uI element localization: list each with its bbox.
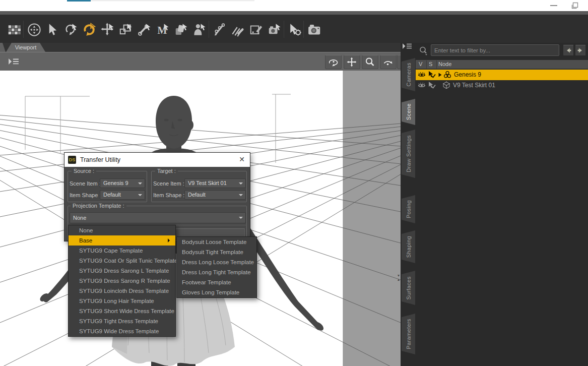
menu-item-sytug9-tight-dress-template[interactable]: SYTUG9 Tight Dress Template: [69, 316, 175, 326]
daz-studio-app-icon: DS: [68, 156, 76, 164]
target-group-label: Target :: [155, 168, 178, 174]
projection-template-combo[interactable]: None: [70, 212, 246, 223]
pane-tab-scene[interactable]: Scene: [402, 99, 415, 125]
selectable-pointer-icon[interactable]: [428, 71, 436, 79]
menu-item-sytug9-loincloth-dress-template[interactable]: SYTUG9 Loincloth Dress Template: [69, 286, 175, 296]
frame-camera-button[interactable]: [397, 55, 401, 69]
pan-camera-icon: [344, 62, 359, 70]
scene-node-row-v9-test-skirt-01[interactable]: V9 Test Skirt 01: [416, 80, 588, 91]
menu-item-sytug9-long-hair-template[interactable]: SYTUG9 Long Hair Template: [69, 296, 175, 306]
pane-tab-posing[interactable]: Posing: [402, 195, 415, 223]
viewport-menu-icon[interactable]: [8, 57, 19, 67]
scene-node-row-genesis-9[interactable]: Genesis 9: [416, 70, 588, 80]
menu-item-sytug9-coat-or-split-tunic-template[interactable]: SYTUG9 Coat Or Split Tunic Template: [69, 256, 175, 266]
pan-camera-button[interactable]: [344, 55, 360, 69]
submenu-item-bodysuit-loose-template[interactable]: Bodysuit Loose Template: [177, 237, 256, 247]
toolbar-separator: [209, 21, 209, 38]
restore-window-button[interactable]: [570, 2, 579, 10]
nav-forward-button[interactable]: [575, 45, 586, 56]
main-toolbar: M: [0, 15, 588, 43]
scale-tool-icon: [118, 30, 134, 39]
orbit-selection-button[interactable]: [63, 22, 79, 37]
toolbar-separator: [303, 21, 304, 38]
viewport-toolbar: [0, 52, 401, 71]
geometry-editor-button[interactable]: [212, 22, 227, 37]
minimize-button[interactable]: [550, 5, 557, 6]
projection-template-label: Projection Template :: [71, 203, 126, 209]
cube-icon: [442, 81, 450, 89]
surface-selection-button[interactable]: [174, 22, 189, 37]
visibility-eye-icon[interactable]: [418, 71, 426, 79]
pane-tab-cameras[interactable]: Cameras: [402, 58, 415, 91]
nav-back-button[interactable]: [563, 45, 574, 56]
menu-item-none[interactable]: None: [69, 225, 175, 235]
orbit-camera-button[interactable]: [325, 55, 342, 69]
dialog-titlebar[interactable]: DS Transfer Utility ✕: [64, 153, 250, 167]
rotate-tool-button[interactable]: [82, 22, 97, 37]
zoom-camera-button[interactable]: [362, 55, 378, 69]
orbit-camera-icon: [325, 62, 341, 70]
measure-tool-icon: M: [155, 30, 170, 39]
target-item-shape-label: Item Shape :: [153, 192, 184, 198]
selection-grid-icon: [7, 30, 22, 39]
scene-navigator-button[interactable]: [27, 22, 42, 37]
filter-search-icon[interactable]: [419, 46, 428, 55]
submenu-item-footwear-template[interactable]: Footwear Template: [177, 277, 256, 287]
menu-item-sytug9-dress-sarong-l-template[interactable]: SYTUG9 Dress Sarong L Template: [69, 266, 175, 276]
menu-item-sytug9-cape-template[interactable]: SYTUG9 Cape Template: [69, 246, 175, 256]
weight-map-brush-icon: [230, 30, 245, 39]
node-label: Genesis 9: [454, 71, 481, 78]
submenu-item-dress-long-tight-template[interactable]: Dress Long Tight Template: [177, 267, 256, 277]
rotate-camera-button[interactable]: [380, 55, 397, 69]
figure-nodes-icon: [443, 71, 451, 79]
column-node: Node: [438, 61, 451, 67]
pane-tab-draw-settings[interactable]: Draw Settings: [402, 130, 415, 178]
target-scene-item-combo[interactable]: V9 Test Skirt 01: [184, 178, 246, 188]
pane-tab-label: Posing: [406, 200, 412, 218]
tool-settings-button[interactable]: [287, 22, 302, 37]
submenu-item-gloves-long-template[interactable]: Gloves Long Template: [177, 287, 256, 297]
window-band: [0, 11, 588, 15]
pane-tab-label: Parameters: [406, 319, 412, 349]
camera-select-button[interactable]: [267, 22, 282, 37]
weight-map-brush-button[interactable]: [230, 22, 245, 37]
figure-pose-tool-button[interactable]: [192, 22, 207, 37]
zoom-camera-icon: [362, 62, 377, 70]
visibility-eye-icon[interactable]: [418, 81, 426, 89]
source-scene-item-combo[interactable]: Genesis 9: [100, 178, 145, 188]
partial-tab: [0, 43, 6, 52]
pane-tab-parameters[interactable]: Parameters: [402, 314, 415, 354]
pane-collapse-handle[interactable]: ▾▴: [398, 274, 402, 282]
joint-editor-button[interactable]: [137, 22, 152, 37]
submenu-item-dress-long-loose-template[interactable]: Dress Long Loose Template: [177, 257, 256, 267]
submenu-item-bodysuit-tight-template[interactable]: Bodysuit Tight Template: [177, 247, 256, 257]
pane-menu-icon[interactable]: [402, 42, 412, 51]
selectable-pointer-icon[interactable]: [428, 81, 436, 89]
render-camera-button[interactable]: [307, 22, 322, 37]
pane-tab-label: Cameras: [406, 63, 412, 86]
figure-pose-tool-icon: [192, 30, 207, 39]
measure-tool-button[interactable]: M: [155, 22, 170, 37]
daz-studio-window: M Viewport: [0, 0, 588, 366]
pane-tab-shaping[interactable]: Shaping: [402, 230, 415, 263]
menu-item-sytug9-dress-sarong-r-template[interactable]: SYTUG9 Dress Sarong R Template: [69, 276, 175, 286]
filter-input[interactable]: [431, 44, 559, 56]
column-visible: V: [419, 61, 422, 67]
pane-tab-label: Shaping: [406, 236, 412, 258]
projection-template-menu: NoneBaseSYTUG9 Cape TemplateSYTUG9 Coat …: [68, 225, 176, 337]
pane-tab-surfaces[interactable]: Surfaces: [402, 271, 415, 305]
scale-tool-button[interactable]: [118, 22, 134, 37]
translate-tool-button[interactable]: [100, 22, 115, 37]
geometry-editor-icon: [212, 30, 227, 39]
menu-item-sytug9-short-wide-dress-template[interactable]: SYTUG9 Short Wide Dress Template: [69, 306, 175, 316]
target-item-shape-combo[interactable]: Default: [184, 190, 246, 200]
node-selection-button[interactable]: [45, 22, 60, 37]
selection-grid-button[interactable]: [7, 22, 22, 37]
close-icon[interactable]: ✕: [239, 155, 245, 163]
image-editor-button[interactable]: [249, 22, 264, 37]
source-item-shape-combo[interactable]: Default: [100, 190, 145, 200]
menu-item-sytug9-wide-dress-template[interactable]: SYTUG9 Wide Dress Template: [69, 326, 175, 336]
expand-caret-icon[interactable]: [438, 72, 442, 78]
menu-item-base[interactable]: Base: [69, 235, 175, 246]
tab-viewport[interactable]: Viewport: [6, 43, 45, 52]
